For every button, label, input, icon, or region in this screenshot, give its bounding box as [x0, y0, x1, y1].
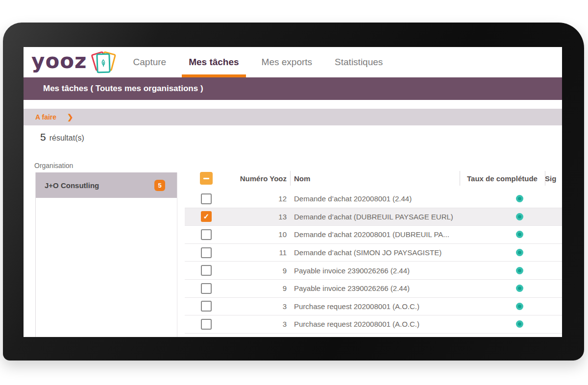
table-row[interactable]: 12 Demande d’achat 202008001 (2.44) — [185, 190, 562, 208]
leaf-icon — [99, 59, 107, 68]
row-numero: 3 — [219, 302, 287, 311]
row-checkbox[interactable] — [201, 319, 212, 330]
completeness-indicator — [516, 195, 523, 202]
tasks-table: Numéro Yooz Nom Taux de complétude Sig 1… — [185, 167, 562, 337]
header-divider — [460, 171, 460, 186]
row-checkbox[interactable] — [201, 211, 212, 222]
row-numero: 9 — [219, 266, 287, 275]
table-header: Numéro Yooz Nom Taux de complétude Sig — [185, 167, 562, 190]
row-numero: 3 — [219, 320, 287, 328]
completeness-indicator — [516, 231, 523, 238]
table-row[interactable]: 3 Purchase request 202008001 (A.O.C.) — [185, 315, 562, 334]
table-row[interactable]: 9 Payable invoice 2390026266 (2.44) — [185, 280, 562, 298]
chevron-right-icon[interactable]: ❯ — [67, 113, 74, 121]
row-numero: 10 — [219, 230, 287, 239]
header-divider — [545, 171, 545, 186]
row-nom: Payable invoice 2390026266 (2.44) — [287, 266, 477, 275]
nav-statistiques[interactable]: Statistiques — [335, 47, 383, 77]
tablet-bezel: yooz Capture Mes tâches Mes exports — [3, 23, 584, 361]
completeness-indicator — [516, 285, 523, 292]
table-row[interactable]: 11 Demande d’achat (SIMON JO PAYSAGISTE) — [185, 244, 562, 262]
completeness-indicator — [516, 267, 523, 274]
row-nom: Purchase request 202008001 (A.O.C.) — [287, 302, 477, 311]
table-row[interactable]: 13 Demande d’achat (DUBREUIL PAYSAGE EUR… — [185, 208, 562, 226]
sidebar-item-organisation[interactable]: J+O Consutling 5 — [36, 172, 177, 198]
column-header-sig[interactable]: Sig — [545, 174, 562, 183]
yooz-logo[interactable]: yooz — [31, 49, 117, 75]
results-count: 5 — [40, 131, 46, 143]
main-nav: Capture Mes tâches Mes exports Statistiq… — [133, 47, 383, 77]
column-header-taux[interactable]: Taux de complétude — [460, 174, 545, 183]
completeness-indicator — [516, 249, 523, 256]
row-nom: Demande d’achat 202008001 (DUBREUIL PA..… — [287, 230, 477, 239]
row-nom: Demande d’achat (DUBREUIL PAYSAGE EURL) — [287, 213, 477, 221]
select-all-checkbox[interactable] — [200, 172, 213, 185]
results-summary: 5 résultat(s) — [40, 131, 84, 143]
column-header-nom[interactable]: Nom — [287, 174, 460, 183]
row-numero: 11 — [219, 248, 287, 257]
completeness-indicator — [516, 320, 523, 328]
organisation-section-label: Organisation — [34, 162, 73, 169]
table-row[interactable]: 9 Payable invoice 2390026266 (2.44) — [185, 262, 562, 280]
filter-label[interactable]: A faire — [35, 113, 56, 121]
row-numero: 13 — [219, 213, 287, 221]
yooz-cards-icon — [91, 49, 117, 75]
row-checkbox[interactable] — [201, 283, 212, 294]
row-checkbox[interactable] — [201, 301, 212, 312]
row-nom: Payable invoice 2390026266 (2.44) — [287, 284, 477, 292]
row-nom: Purchase request 202008001 (A.O.C.) — [287, 320, 477, 328]
row-checkbox[interactable] — [201, 247, 212, 258]
results-label: résultat(s) — [49, 134, 84, 143]
header-divider — [290, 171, 291, 186]
page-header-banner: Mes tâches ( Toutes mes organisations ) — [24, 77, 562, 100]
completeness-indicator — [516, 303, 523, 310]
row-checkbox[interactable] — [201, 265, 212, 276]
nav-mes-taches[interactable]: Mes tâches — [189, 47, 239, 77]
task-count-badge: 5 — [154, 180, 165, 191]
app-screen: yooz Capture Mes tâches Mes exports — [24, 47, 562, 337]
teal-card-icon — [96, 53, 110, 73]
nav-mes-exports[interactable]: Mes exports — [262, 47, 312, 77]
page-title: Mes tâches ( Toutes mes organisations ) — [43, 84, 203, 94]
filter-bar[interactable]: A faire ❯ — [24, 109, 562, 125]
top-bar: yooz Capture Mes tâches Mes exports — [24, 47, 562, 77]
row-nom: Demande d’achat (SIMON JO PAYSAGISTE) — [287, 248, 477, 257]
row-nom: Demande d’achat 202008001 (2.44) — [287, 194, 477, 203]
column-header-numero[interactable]: Numéro Yooz — [219, 174, 287, 183]
table-row[interactable]: 10 Demande d’achat 202008001 (DUBREUIL P… — [185, 226, 562, 244]
row-checkbox[interactable] — [201, 229, 212, 240]
logo-text: yooz — [31, 51, 87, 72]
organisation-panel: J+O Consutling 5 — [35, 172, 177, 337]
table-row[interactable]: 3 Purchase request 202008001 (A.O.C.) — [185, 298, 562, 316]
organisation-name: J+O Consutling — [45, 181, 99, 190]
nav-capture[interactable]: Capture — [133, 47, 167, 77]
row-numero: 12 — [219, 194, 287, 203]
row-checkbox[interactable] — [201, 193, 212, 204]
completeness-indicator — [516, 213, 523, 220]
row-numero: 9 — [219, 284, 287, 292]
